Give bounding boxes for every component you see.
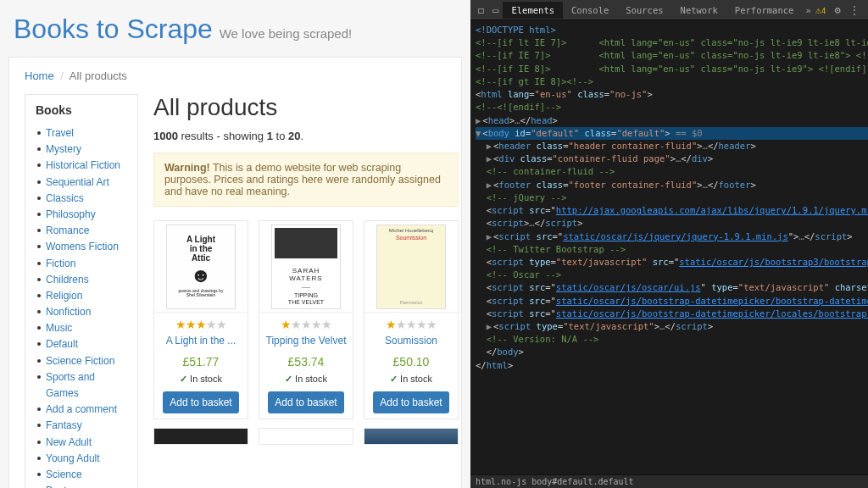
dom-node[interactable]: ▶<script src="static/oscar/js/jquery/jqu… — [476, 230, 868, 243]
product-card[interactable] — [364, 428, 459, 445]
dom-node[interactable]: <!--<![endif]--> — [476, 101, 868, 114]
sidebar-category[interactable]: Science — [46, 467, 127, 483]
sidebar-category[interactable]: Poetry — [46, 483, 127, 488]
dom-node[interactable]: <!-- Twitter Bootstrap --> — [476, 243, 868, 256]
sidebar-category[interactable]: Religion — [46, 288, 127, 304]
check-icon: ✓ — [390, 374, 398, 384]
sidebar-category[interactable]: Childrens — [46, 272, 127, 288]
main-content: All products 1000 results - showing 1 to… — [153, 94, 459, 488]
product-card: A Lightin theAttic☻poems and drawings by… — [153, 220, 248, 419]
devtools-tab-performance[interactable]: Performance — [726, 2, 803, 19]
webpage: Books to Scrape We love being scraped! H… — [0, 0, 470, 488]
sidebar-category[interactable]: Add a comment — [46, 402, 127, 418]
sidebar-category[interactable]: Science Fiction — [46, 353, 127, 369]
product-title-link[interactable]: Tipping the Velvet — [266, 335, 347, 347]
add-to-basket-button[interactable]: Add to basket — [268, 391, 343, 413]
sidebar-category[interactable]: Fantasy — [46, 418, 127, 434]
stock-status: ✓ In stock — [390, 374, 432, 385]
dom-node[interactable]: <!DOCTYPE html> — [476, 24, 868, 36]
breadcrumb: Home / All products — [25, 69, 446, 82]
sidebar-category[interactable]: Young Adult — [46, 451, 127, 467]
breadcrumb-home[interactable]: Home — [25, 69, 54, 82]
dom-node[interactable]: </body> — [476, 346, 868, 358]
brand-link[interactable]: Books to Scrape — [14, 14, 213, 44]
product-card[interactable] — [153, 428, 248, 445]
settings-icon[interactable]: ⚙ — [834, 4, 840, 16]
product-thumb[interactable]: A Lightin theAttic☻poems and drawings by… — [154, 221, 248, 313]
breadcrumb-current: All products — [70, 69, 127, 82]
add-to-basket-button[interactable]: Add to basket — [373, 391, 448, 413]
dom-node[interactable]: <script type="text/javascript" src="stat… — [476, 256, 868, 269]
dom-node[interactable]: <!--[if gt IE 8]><!--> — [476, 75, 868, 88]
devtools-tab-elements[interactable]: Elements — [503, 2, 563, 19]
dom-node[interactable]: <script src="static/oscar/js/oscar/ui.js… — [476, 281, 868, 294]
devtools-tab-network[interactable]: Network — [672, 2, 726, 19]
warning-alert: Warning! This is a demo website for web … — [153, 152, 459, 207]
sidebar-category[interactable]: Music — [46, 320, 127, 336]
product-price: £53.74 — [288, 355, 325, 369]
device-icon[interactable]: ▭ — [492, 4, 498, 16]
dom-node[interactable]: ▶<div class="container-fluid page">…</di… — [476, 152, 868, 165]
dom-node[interactable]: ▶<head>…</head> — [476, 114, 868, 127]
sidebar-category[interactable]: Historical Fiction — [46, 158, 127, 174]
dom-node[interactable]: <!-- Version: N/A --> — [476, 333, 868, 346]
star-rating: ★★★★★ — [281, 318, 331, 331]
dom-node[interactable]: ▶<header class="header container-fluid">… — [476, 140, 868, 152]
product-thumb[interactable]: Michel HouellebecqSoumissionFlammarion — [364, 221, 458, 313]
product-price: £50.10 — [393, 355, 430, 369]
menu-icon[interactable]: ⋮ — [849, 4, 860, 16]
sidebar: Books TravelMysteryHistorical FictionSeq… — [25, 94, 138, 488]
dom-node[interactable]: <!--[if IE 7]> <html lang="en-us" class=… — [476, 49, 868, 62]
dom-breadcrumb[interactable]: html.no-js body#default.default — [470, 474, 868, 488]
dom-node[interactable]: <!--[if IE 8]> <html lang="en-us" class=… — [476, 63, 868, 75]
sidebar-category[interactable]: Nonfiction — [46, 304, 127, 320]
sidebar-category[interactable]: Sports and Games — [46, 369, 127, 402]
dom-node[interactable]: <script src="static/oscar/js/bootstrap-d… — [476, 295, 868, 308]
sidebar-category[interactable]: Womens Fiction — [46, 239, 127, 255]
dom-node[interactable]: <!--[if lt IE 7]> <html lang="en-us" cla… — [476, 36, 868, 49]
devtools-panel: ◻ ▭ ElementsConsoleSourcesNetworkPerform… — [470, 0, 868, 488]
sidebar-category[interactable]: Travel — [46, 125, 127, 141]
add-to-basket-button[interactable]: Add to basket — [163, 391, 238, 413]
sidebar-category[interactable]: Romance — [46, 223, 127, 239]
dom-node[interactable]: ▶<footer class="footer container-fluid">… — [476, 179, 868, 191]
inspect-icon[interactable]: ◻ — [478, 4, 484, 16]
page-title: All products — [153, 94, 459, 121]
star-rating: ★★★★★ — [175, 318, 226, 331]
results-count: 1000 results - showing 1 to 20. — [153, 130, 459, 142]
sidebar-heading: Books — [36, 103, 127, 117]
sidebar-category[interactable]: Sequential Art — [46, 175, 127, 191]
dom-node[interactable]: <script src="static/oscar/js/bootstrap-d… — [476, 308, 868, 320]
dom-node[interactable]: <!-- container-fluid --> — [476, 165, 868, 178]
sidebar-category[interactable]: New Adult — [46, 435, 127, 451]
product-card: SARAHWATERS——TIPPINGTHE VELVET★★★★★Tippi… — [259, 220, 353, 419]
sidebar-category[interactable]: Mystery — [46, 141, 127, 158]
devtools-tabbar: ◻ ▭ ElementsConsoleSourcesNetworkPerform… — [470, 0, 868, 20]
sidebar-category[interactable]: Philosophy — [46, 207, 127, 223]
tabs-overflow[interactable]: » — [805, 5, 810, 15]
dom-node[interactable]: <script src="http://ajax.googleapis.com/… — [476, 204, 868, 217]
star-rating: ★★★★★ — [386, 318, 437, 331]
dom-node[interactable]: </html> — [476, 359, 868, 372]
dom-node[interactable]: <html lang="en-us" class="no-js"> — [476, 88, 868, 101]
sidebar-category[interactable]: Fiction — [46, 256, 127, 272]
stock-status: ✓ In stock — [285, 374, 327, 385]
check-icon: ✓ — [180, 374, 187, 384]
devtools-tab-console[interactable]: Console — [563, 2, 617, 19]
dom-node[interactable]: ▼<body id="default" class="default"> == … — [476, 127, 868, 140]
product-thumb[interactable]: SARAHWATERS——TIPPINGTHE VELVET — [259, 221, 353, 313]
dom-node[interactable]: <!-- Oscar --> — [476, 269, 868, 281]
devtools-tab-sources[interactable]: Sources — [617, 2, 671, 19]
dom-node[interactable]: <script>…</script> — [476, 217, 868, 230]
product-title-link[interactable]: A Light in the ... — [166, 335, 236, 347]
product-row-2 — [153, 428, 459, 445]
product-card[interactable] — [259, 428, 353, 445]
sidebar-category[interactable]: Default — [46, 336, 127, 352]
product-title-link[interactable]: Soumission — [385, 335, 437, 347]
sidebar-category[interactable]: Classics — [46, 191, 127, 207]
dom-node[interactable]: ▶<script type="text/javascript">…</scrip… — [476, 320, 868, 333]
warning-badge[interactable]: ⚠4 — [815, 4, 826, 16]
dom-node[interactable]: <!-- jQuery --> — [476, 191, 868, 204]
dom-tree[interactable]: <!DOCTYPE html><!--[if lt IE 7]> <html l… — [470, 20, 868, 474]
product-card: Michel HouellebecqSoumissionFlammarion★★… — [364, 220, 459, 419]
